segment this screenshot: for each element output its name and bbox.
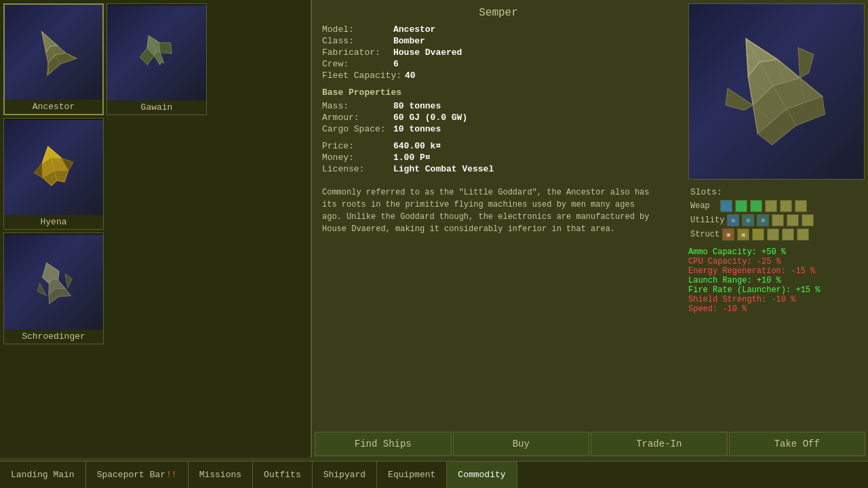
- struct-slot-label: Struct: [690, 230, 719, 239]
- crew-label: Crew:: [322, 59, 390, 69]
- tab-outfits[interactable]: Outfits: [253, 462, 313, 488]
- util-slot-label: Utility: [690, 216, 724, 225]
- action-bar: Find Ships Buy Trade-In Take Off: [312, 430, 868, 458]
- ship-item-hyena[interactable]: Hyena: [3, 118, 104, 230]
- ship-label-schroedinger: Schroedinger: [4, 329, 103, 344]
- license-label: License:: [322, 164, 390, 174]
- crew-value: 6: [393, 59, 399, 69]
- ship-label-hyena: Hyena: [4, 215, 103, 229]
- mod-shield: Shield Strength: -10 %: [688, 295, 865, 304]
- tab-equipment[interactable]: Equipment: [377, 462, 447, 488]
- mod-cpu: CPU Capacity: -25 %: [688, 257, 865, 266]
- slots-section: Slots: Weap Utility ⚙ ⚙ ⚙ Struct: [688, 185, 865, 245]
- ship-description: Commonly referred to as the "Little Godd…: [322, 186, 654, 235]
- tab-commodity[interactable]: Commodity: [447, 462, 517, 488]
- price-label: Price:: [322, 141, 390, 151]
- fabricator-label: Fabricator:: [322, 47, 390, 58]
- cargo-label: Cargo Space:: [322, 124, 390, 134]
- class-value: Bomber: [393, 36, 425, 46]
- mass-value: 80 tonnes: [393, 101, 441, 111]
- stats-section: Model: Ancestor Class: Bomber Fabricator…: [322, 24, 675, 174]
- struct-slot-4: [767, 228, 779, 241]
- ship-list-panel: Ancestor Hyena: [0, 0, 312, 458]
- svg-marker-16: [63, 272, 74, 287]
- stat-fabricator: Fabricator: House Dvaered: [322, 47, 494, 58]
- ship-preview-large: [688, 3, 865, 180]
- money-label: Money:: [322, 152, 390, 163]
- ship-item-gawain[interactable]: Gawain: [106, 3, 207, 115]
- weap-slot-4: [765, 200, 777, 212]
- mod-energy: Energy Regeneration: -15 %: [688, 266, 865, 276]
- model-label: Model:: [322, 24, 390, 35]
- tab-missions-label: Missions: [199, 470, 241, 480]
- struct-slot-2: ▣: [737, 228, 749, 241]
- tab-commodity-label: Commodity: [458, 470, 505, 480]
- mod-fire-rate: Fire Rate (Launcher): +15 %: [688, 285, 865, 295]
- tab-outfits-label: Outfits: [264, 470, 301, 480]
- model-value: Ancestor: [393, 24, 435, 35]
- trade-in-button[interactable]: Trade-In: [591, 432, 728, 456]
- stat-price: Price: 640.00 k¤: [322, 141, 494, 151]
- svg-marker-25: [719, 81, 753, 117]
- mod-launch-range: Launch Range: +10 %: [688, 276, 865, 285]
- preview-panel: Slots: Weap Utility ⚙ ⚙ ⚙ Struct: [685, 0, 868, 458]
- ship-item-ancestor[interactable]: Ancestor: [3, 3, 104, 115]
- buy-button[interactable]: Buy: [453, 432, 590, 456]
- tab-spaceport-bar-badge: !!: [166, 470, 177, 480]
- base-properties-header: Base Properties: [322, 87, 494, 98]
- stat-money: Money: 1.00 P¤: [322, 152, 494, 163]
- money-value: 1.00 P¤: [393, 152, 431, 163]
- weap-slot-2: [735, 200, 747, 212]
- modifiers-section: Ammo Capacity: +50 % CPU Capacity: -25 %…: [688, 247, 865, 314]
- ship-item-schroedinger[interactable]: Schroedinger: [3, 232, 104, 344]
- ship-title: Semper: [322, 7, 675, 19]
- util-slot-6: [802, 214, 814, 226]
- tab-landing-main-label: Landing Main: [11, 470, 75, 480]
- util-slot-5: [787, 214, 799, 226]
- mod-speed: Speed: -10 %: [688, 304, 865, 314]
- ship-image-ancestor: [5, 5, 102, 100]
- stat-crew: Crew: 6: [322, 59, 494, 69]
- ship-image-schroedinger: [4, 235, 103, 329]
- ship-label-gawain: Gawain: [107, 100, 206, 115]
- svg-marker-15: [35, 283, 46, 298]
- struct-slot-3: [752, 228, 764, 241]
- armour-value: 60 GJ (0.0 GW): [393, 113, 467, 123]
- price-value: 640.00 k¤: [393, 141, 441, 151]
- armour-label: Armour:: [322, 113, 390, 123]
- stat-license: License: Light Combat Vessel: [322, 164, 494, 174]
- util-slot-2: ⚙: [742, 214, 754, 226]
- mod-ammo: Ammo Capacity: +50 %: [688, 247, 865, 257]
- util-slot-3: ⚙: [757, 214, 769, 226]
- ship-image-hyena: [4, 120, 103, 215]
- struct-slot-row: Struct ▣ ▣: [690, 228, 863, 241]
- weap-slot-label: Weap: [690, 201, 717, 211]
- main-container: Ancestor Hyena: [0, 0, 868, 458]
- tab-spaceport-bar-label: Spaceport Bar: [97, 470, 165, 480]
- info-panel: Semper Model: Ancestor Class: Bomber Fab…: [312, 0, 685, 458]
- tab-shipyard[interactable]: Shipyard: [313, 462, 377, 488]
- tab-spaceport-bar[interactable]: Spaceport Bar!!: [86, 462, 189, 488]
- ship-label-ancestor: Ancestor: [5, 100, 102, 114]
- struct-slot-5: [782, 228, 794, 241]
- take-off-button[interactable]: Take Off: [729, 432, 866, 456]
- weap-slot-5: [780, 200, 792, 212]
- find-ships-button[interactable]: Find Ships: [315, 432, 452, 456]
- tab-missions[interactable]: Missions: [189, 462, 253, 488]
- ship-image-gawain: [107, 5, 206, 100]
- stat-cargo: Cargo Space: 10 tonnes: [322, 124, 494, 134]
- mass-label: Mass:: [322, 101, 390, 111]
- struct-slot-1: ▣: [722, 228, 734, 241]
- fleet-capacity-label: Fleet Capacity:: [322, 70, 401, 81]
- util-slot-1: ⚙: [727, 214, 739, 226]
- stat-class: Class: Bomber: [322, 36, 494, 46]
- util-slot-row: Utility ⚙ ⚙ ⚙: [690, 214, 863, 226]
- tab-landing-main[interactable]: Landing Main: [0, 462, 86, 488]
- stat-armour: Armour: 60 GJ (0.0 GW): [322, 113, 494, 123]
- nav-tabs: Landing Main Spaceport Bar!! Missions Ou…: [0, 461, 868, 488]
- weap-slot-1: [720, 200, 732, 212]
- weap-slot-row: Weap: [690, 200, 863, 212]
- license-value: Light Combat Vessel: [393, 164, 494, 174]
- weap-slot-3: [750, 200, 762, 212]
- stats-col-left: Model: Ancestor Class: Bomber Fabricator…: [322, 24, 494, 174]
